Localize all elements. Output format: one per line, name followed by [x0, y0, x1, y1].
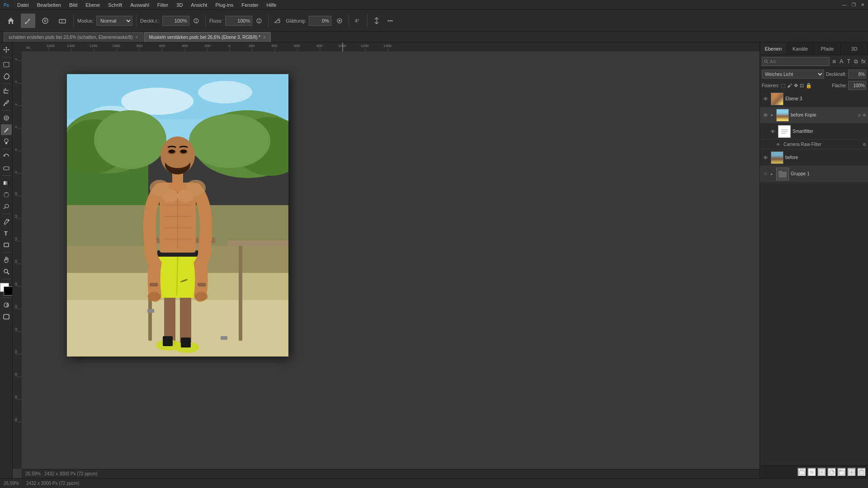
symmetry-btn[interactable] [371, 15, 382, 26]
color-swatches[interactable] [0, 283, 13, 296]
eyedropper-tool[interactable] [1, 98, 12, 108]
layer-item-ebene3[interactable]: 👁 Ebene 3 [760, 91, 868, 107]
layer-delete-button[interactable] [857, 468, 866, 477]
menu-bild[interactable]: Bild [66, 1, 81, 9]
erase-button[interactable] [55, 14, 70, 28]
crop-tool[interactable] [1, 86, 12, 97]
tab-schatten-close[interactable]: × [136, 35, 138, 40]
camera-raw-settings[interactable]: ⚙ [863, 142, 866, 147]
layer-item-before[interactable]: 👁 before [760, 150, 868, 166]
layer-eye-before-kopie[interactable]: 👁 [762, 112, 769, 119]
shape-tool[interactable] [1, 239, 12, 250]
zoom-tool[interactable] [1, 266, 12, 277]
menu-3d[interactable]: 3D [173, 1, 186, 9]
deckkr-pressure-btn[interactable] [191, 15, 202, 26]
extra-btn[interactable] [385, 15, 396, 26]
layer-eye-camera-raw[interactable]: 👁 [774, 141, 782, 148]
airbrush-btn[interactable] [272, 15, 283, 26]
brush-tool-button[interactable] [21, 14, 35, 28]
menu-ansicht[interactable]: Ansicht [187, 1, 211, 9]
text-tool[interactable]: T [1, 228, 12, 239]
menu-plugins[interactable]: Plug-ins [212, 1, 237, 9]
window-close[interactable]: ✕ [859, 1, 866, 9]
layer-add-button[interactable] [847, 468, 856, 477]
layer-item-camera-raw[interactable]: 👁 Camera Raw-Filter ⚙ [760, 140, 868, 150]
lock-all-icon[interactable]: 🔒 [806, 83, 812, 89]
layer-link-icon[interactable]: ⊙ [858, 113, 861, 117]
panel-tab-pfade[interactable]: Pfade [814, 42, 841, 55]
panel-tab-3d[interactable]: 3D [841, 42, 868, 55]
lasso-tool[interactable] [1, 71, 12, 82]
layer-filter-type-btn[interactable]: ≡ [831, 57, 837, 66]
layer-item-smartfilter[interactable]: 👁 Smartfilter [760, 123, 868, 140]
menu-schrift[interactable]: Schrift [104, 1, 126, 9]
lock-transparent-icon[interactable]: ⬚ [781, 83, 785, 89]
rectangle-select-tool[interactable] [1, 59, 12, 70]
layer-eye-before[interactable]: 👁 [762, 154, 769, 161]
layer-link-button[interactable] [797, 468, 807, 477]
layer-mask-button[interactable] [817, 468, 826, 477]
lock-position-icon[interactable]: ✥ [794, 83, 798, 89]
panel-tab-ebenen[interactable]: Ebenen [760, 42, 787, 55]
clone-stamp-tool[interactable] [1, 136, 12, 147]
menu-hilfe[interactable]: Hilfe [263, 1, 280, 9]
pen-tool[interactable] [1, 216, 12, 227]
layer-expand-before-kopie[interactable]: ▾ [771, 113, 774, 117]
eraser-tool[interactable] [1, 163, 12, 174]
dodge-tool[interactable] [1, 201, 12, 212]
angle-btn[interactable]: 4° [353, 15, 363, 26]
layer-item-before-kopie[interactable]: 👁 ▾ before Kopie ⊙ ⚙ [760, 107, 868, 123]
layer-filter-icon-btn[interactable]: ⧉ [854, 57, 859, 66]
layer-item-gruppe1[interactable]: 👁 ▸ Gruppe 1 [760, 166, 868, 182]
menu-bearbeiten[interactable]: Bearbeiten [33, 1, 65, 9]
tab-schatten[interactable]: schatten erstellen.psdc bei 23,6% (schat… [4, 32, 143, 42]
blend-mode-select[interactable]: Weiches Licht [762, 70, 824, 79]
modus-select[interactable]: Normal [96, 16, 132, 26]
layer-fx-button[interactable]: fx [807, 468, 816, 477]
canvas-work-area[interactable] [22, 52, 760, 469]
layer-settings-icon[interactable]: ⚙ [863, 113, 866, 117]
glattung-settings-btn[interactable] [334, 15, 345, 26]
layer-filter-A-btn[interactable]: A [839, 57, 844, 66]
background-color[interactable] [4, 286, 13, 296]
tab-muskeln-close[interactable]: × [263, 35, 266, 40]
lock-pixels-icon[interactable]: 🖌 [787, 83, 792, 88]
layer-filter-T-btn[interactable]: T [846, 57, 851, 66]
window-restore[interactable]: ❐ [850, 1, 857, 9]
layer-expand-gruppe1[interactable]: ▸ [771, 172, 774, 176]
brush-tool[interactable] [1, 124, 12, 135]
tab-muskeln[interactable]: Muskeln verstärken.psdc bei 26,6% (Ebene… [144, 32, 271, 42]
layer-eye-ebene3[interactable]: 👁 [762, 95, 769, 103]
window-minimize[interactable]: — [841, 1, 848, 9]
glattung-input[interactable] [309, 16, 331, 26]
menu-datei[interactable]: Datei [14, 1, 33, 9]
hand-tool[interactable] [1, 254, 12, 265]
gradient-tool[interactable] [1, 178, 12, 188]
brush-type-button[interactable] [38, 14, 52, 28]
panel-tab-kanale[interactable]: Kanäle [787, 42, 814, 55]
lock-artboard-icon[interactable]: ⊡ [800, 83, 804, 89]
home-button[interactable] [4, 14, 18, 28]
layer-search-input[interactable] [770, 59, 827, 64]
fluss-input[interactable] [225, 16, 252, 26]
move-tool[interactable] [1, 44, 12, 55]
menu-auswahl[interactable]: Auswahl [127, 1, 153, 9]
history-brush-tool[interactable] [1, 151, 12, 162]
menu-filter[interactable]: Filter [154, 1, 172, 9]
layer-eye-smartfilter[interactable]: 👁 [769, 128, 776, 135]
fill-input[interactable] [848, 81, 866, 90]
deckkr-input[interactable] [162, 16, 189, 26]
quick-mask-tool[interactable] [1, 300, 12, 310]
screen-mode-tool[interactable] [1, 311, 12, 322]
layer-filter-fx-btn[interactable]: fx [861, 57, 866, 66]
menu-ebene[interactable]: Ebene [82, 1, 104, 9]
menu-fenster[interactable]: Fenster [238, 1, 262, 9]
layer-adjustment-button[interactable] [827, 468, 836, 477]
app-icon[interactable]: Ps [2, 0, 11, 9]
blur-tool[interactable] [1, 189, 12, 200]
fluss-pressure-btn[interactable] [254, 15, 264, 26]
layer-group-button[interactable] [837, 468, 846, 477]
opacity-input[interactable] [848, 70, 866, 79]
layer-eye-gruppe1[interactable]: 👁 [762, 170, 769, 178]
healing-brush-tool[interactable] [1, 113, 12, 123]
